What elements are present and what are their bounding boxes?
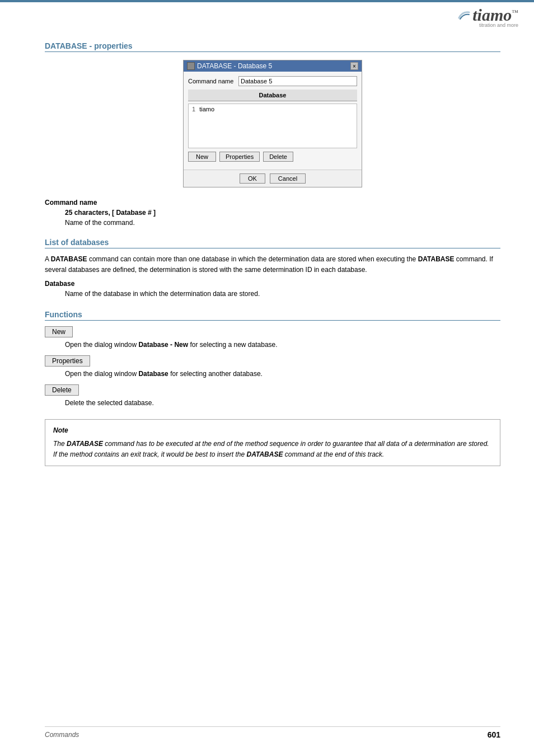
database-field-desc: Name of the database in which the determ… <box>65 289 500 299</box>
functions-section: Functions New Open the dialog window Dat… <box>45 310 500 408</box>
function-new: New Open the dialog window Database - Ne… <box>45 326 500 350</box>
command-name-input[interactable] <box>238 76 357 86</box>
page-title: DATABASE - properties <box>45 41 500 52</box>
cancel-button[interactable]: Cancel <box>270 173 306 184</box>
logo-area: tiamo™ titration and more <box>458 7 518 28</box>
command-name-line1: 25 characters, [ Database # ] <box>65 209 156 217</box>
command-name-help-title: Command name <box>45 199 500 206</box>
logo-text: tiamo™ <box>472 7 518 24</box>
list-row-value: tiamo <box>199 106 214 112</box>
note-text: The DATABASE command has to be executed … <box>53 439 492 460</box>
command-name-row: Command name <box>188 76 357 86</box>
dialog-action-buttons: New Properties Delete <box>188 152 357 162</box>
dialog-footer: OK Cancel <box>184 170 362 187</box>
properties-func-desc: Open the dialog window Database for sele… <box>65 369 500 379</box>
list-row-num: 1 <box>192 106 195 112</box>
note-title: Note <box>53 425 492 436</box>
command-name-label: Command name <box>188 78 238 84</box>
database-field-title: Database <box>45 280 500 288</box>
dialog-titlebar-left: DATABASE - Database 5 <box>187 62 272 70</box>
list-of-databases-section: List of databases A DATABASE command can… <box>45 238 500 299</box>
properties-func-button[interactable]: Properties <box>45 355 90 367</box>
new-func-button[interactable]: New <box>45 326 73 337</box>
dialog-tab-header: Database <box>188 90 357 101</box>
command-name-help-line1: 25 characters, [ Database # ] <box>65 208 500 218</box>
page-number: 601 <box>488 730 500 739</box>
logo-tagline: titration and more <box>458 22 518 28</box>
logo-icon <box>458 10 470 20</box>
delete-func-desc: Delete the selected database. <box>65 398 500 408</box>
properties-button[interactable]: Properties <box>219 152 260 162</box>
note-box: Note The DATABASE command has to be exec… <box>45 419 500 466</box>
delete-button[interactable]: Delete <box>263 152 293 162</box>
logo-tm: ™ <box>512 8 518 16</box>
command-name-section: Command name 25 characters, [ Database #… <box>45 199 500 228</box>
new-button[interactable]: New <box>188 152 216 162</box>
main-content: DATABASE - properties DATABASE - Databas… <box>45 41 500 466</box>
page-footer: Commands 601 <box>45 726 500 739</box>
dialog-body: Command name Database 1 tiamo New Proper… <box>184 72 362 170</box>
dialog-window: DATABASE - Database 5 × Command name Dat… <box>183 60 362 187</box>
footer-label: Commands <box>45 731 79 739</box>
dialog-titlebar: DATABASE - Database 5 × <box>184 60 362 72</box>
top-border <box>0 0 534 2</box>
dialog-title: DATABASE - Database 5 <box>197 62 272 70</box>
new-func-desc: Open the dialog window Database - New fo… <box>65 340 500 350</box>
ok-button[interactable]: OK <box>240 173 265 184</box>
delete-func-button[interactable]: Delete <box>45 384 79 396</box>
dialog-close-button[interactable]: × <box>350 62 358 70</box>
function-properties: Properties Open the dialog window Databa… <box>45 355 500 379</box>
dialog-icon <box>187 62 195 70</box>
list-of-databases-body: A DATABASE command can contain more than… <box>45 254 500 275</box>
functions-title: Functions <box>45 310 500 321</box>
dialog-list-area: 1 tiamo <box>188 104 357 148</box>
function-delete: Delete Delete the selected database. <box>45 384 500 408</box>
list-item: 1 tiamo <box>191 105 354 113</box>
list-of-databases-title: List of databases <box>45 238 500 248</box>
command-name-help-line2: Name of the command. <box>65 218 500 228</box>
